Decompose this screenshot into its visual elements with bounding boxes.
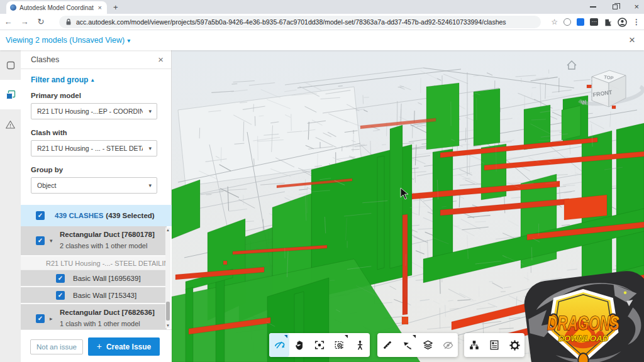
clash-group-row[interactable]: ✓ ▸ Rectangular Duct [7682636] 1 clash w… — [21, 304, 167, 329]
chevron-down-icon: ▾ — [148, 108, 152, 114]
models-icon — [6, 60, 16, 70]
group-checkbox[interactable]: ✓ — [36, 236, 45, 245]
expand-caret-icon[interactable]: ▾ — [50, 238, 53, 244]
left-tool-rail — [0, 50, 21, 362]
clashes-panel: Clashes × Filter and group▲ Primary mode… — [21, 50, 172, 362]
address-bar[interactable]: acc.autodesk.com/model/viewer/projects/5… — [59, 16, 541, 28]
scroll-up-icon[interactable]: ▲ — [165, 228, 170, 232]
scrollbar-thumb[interactable] — [166, 302, 170, 321]
plus-icon: + — [97, 341, 102, 351]
chevron-down-icon: ▾ — [148, 182, 152, 189]
clashes-summary-row[interactable]: ✓ 439 CLASHES(439 Selected) — [21, 205, 172, 226]
viewing-models-dropdown[interactable]: Viewing 2 models (Unsaved View)▾ — [6, 36, 130, 45]
clashes-icon — [5, 89, 16, 101]
reload-icon[interactable]: ↻ — [33, 17, 49, 26]
properties-icon — [489, 339, 500, 351]
group-by-label: Group by — [31, 166, 63, 173]
child-checkbox[interactable]: ✓ — [56, 274, 65, 283]
eye-hidden-icon — [442, 339, 454, 351]
extension-icon-1[interactable] — [564, 18, 571, 26]
clash-with-label: Clash with — [31, 129, 67, 136]
window-minimize-icon[interactable] — [590, 6, 596, 8]
clash-group-list: ✓ ▾ Rectangular Duct [7680178] 2 clashes… — [21, 226, 172, 329]
orbit-tool-button[interactable] — [269, 333, 289, 357]
extension-icon-3[interactable]: ⋯ — [590, 18, 598, 26]
nav-toolbar-group — [269, 333, 370, 357]
autodesk-model-coordination-app: Autodesk Model Coordination × + × ← → ↻ … — [0, 0, 644, 362]
child-checkbox[interactable]: ✓ — [56, 291, 65, 300]
filter-and-group-toggle[interactable]: Filter and group▲ — [31, 75, 95, 84]
measure-tool-button[interactable] — [377, 333, 397, 357]
chevron-down-icon: ▾ — [148, 145, 152, 151]
url-text: acc.autodesk.com/model/viewer/projects/5… — [76, 18, 506, 26]
scroll-down-icon[interactable]: ▼ — [165, 324, 170, 327]
group-checkbox[interactable]: ✓ — [36, 314, 45, 323]
clash-count: 439 CLASHES — [55, 212, 103, 219]
tools-toolbar-group — [377, 333, 458, 357]
clash-group-row[interactable]: ✓ ▾ Rectangular Duct [7680178] 2 clashes… — [21, 226, 167, 256]
chevron-down-icon: ▾ — [127, 37, 130, 44]
forward-icon[interactable]: → — [16, 17, 33, 26]
group-by-select[interactable]: Object ▾ — [31, 177, 157, 194]
browser-action-icons: ☆ ⋯ ⋮ — [551, 14, 640, 30]
profile-avatar-icon[interactable] — [618, 18, 627, 27]
layers-icon — [422, 339, 434, 351]
sidebar-item-clashes[interactable] — [0, 80, 21, 109]
model-viewport[interactable]: W TOP FRONT — [172, 50, 644, 362]
browser-titlebar: Autodesk Model Coordination × + × — [0, 0, 644, 14]
panel-scrollbar[interactable]: ▲ ▼ — [165, 228, 170, 328]
sidebar-item-models[interactable] — [0, 50, 21, 80]
back-icon[interactable]: ← — [0, 17, 16, 26]
properties-button[interactable] — [484, 333, 504, 357]
orbit-icon — [273, 339, 286, 351]
window-restore-icon[interactable] — [613, 4, 618, 9]
markup-icon — [402, 339, 413, 351]
panel-footer: Not an issue +Create Issue — [21, 329, 172, 362]
tab-title: Autodesk Model Coordination — [19, 4, 94, 11]
zoom-window-button[interactable] — [330, 333, 350, 357]
panels-toolbar-group — [464, 333, 525, 357]
window-close-icon[interactable]: × — [634, 4, 639, 10]
model-browser-button[interactable] — [464, 333, 484, 357]
browser-tab[interactable]: Autodesk Model Coordination × — [6, 1, 107, 14]
primary-model-select[interactable]: R21 LTU Housing -...EP - COORDINATION ▾ — [31, 103, 157, 119]
watermark-title: DRAGONS — [547, 312, 619, 334]
tab-close-icon[interactable]: × — [97, 4, 103, 11]
not-an-issue-button[interactable]: Not an issue — [30, 339, 83, 354]
site-favicon-icon — [10, 4, 16, 11]
clash-with-select[interactable]: R21 LTU Housing - ... - STEEL DETAILING … — [31, 140, 157, 156]
panel-close-icon[interactable]: × — [158, 56, 164, 63]
hidden-objects-button[interactable] — [438, 333, 458, 357]
markup-tool-button[interactable] — [397, 333, 418, 357]
select-all-checkbox[interactable]: ✓ — [36, 211, 45, 220]
sidebar-item-issues[interactable] — [0, 109, 21, 139]
first-person-button[interactable] — [350, 333, 370, 357]
pan-tool-button[interactable] — [289, 333, 309, 357]
clash-child-row[interactable]: ✓ Basic Wall [715343] — [21, 287, 167, 304]
flyout-indicator-icon — [413, 335, 416, 338]
flyout-indicator-icon — [284, 335, 287, 338]
browser-menu-icon[interactable]: ⋮ — [633, 18, 640, 26]
flyout-indicator-icon — [345, 335, 348, 338]
model-layers-button[interactable] — [418, 333, 438, 357]
model-tree-icon — [469, 339, 480, 351]
create-issue-button[interactable]: +Create Issue — [88, 337, 160, 356]
dragons-download-watermark: DRAGONS DOWNLOAD — [518, 263, 644, 362]
extension-icon-2[interactable] — [577, 18, 584, 26]
pan-hand-icon — [294, 339, 305, 351]
clash-child-row[interactable]: ✓ Basic Wall [1695639] — [21, 270, 167, 287]
window-controls: × — [590, 0, 639, 14]
panel-title: Clashes — [31, 55, 59, 64]
primary-model-label: Primary model — [31, 92, 81, 99]
extensions-puzzle-icon[interactable] — [604, 18, 612, 26]
collapse-caret-icon: ▲ — [90, 77, 95, 83]
warning-triangle-icon — [5, 119, 16, 129]
zoom-window-icon — [334, 339, 345, 351]
first-person-icon — [355, 339, 365, 351]
bookmark-star-icon[interactable]: ☆ — [551, 18, 558, 26]
new-tab-button[interactable]: + — [113, 2, 118, 13]
viewer-close-icon[interactable]: × — [629, 36, 635, 45]
fit-to-view-button[interactable] — [309, 333, 330, 357]
expand-caret-icon[interactable]: ▸ — [50, 315, 53, 322]
measure-ruler-icon — [382, 339, 393, 351]
